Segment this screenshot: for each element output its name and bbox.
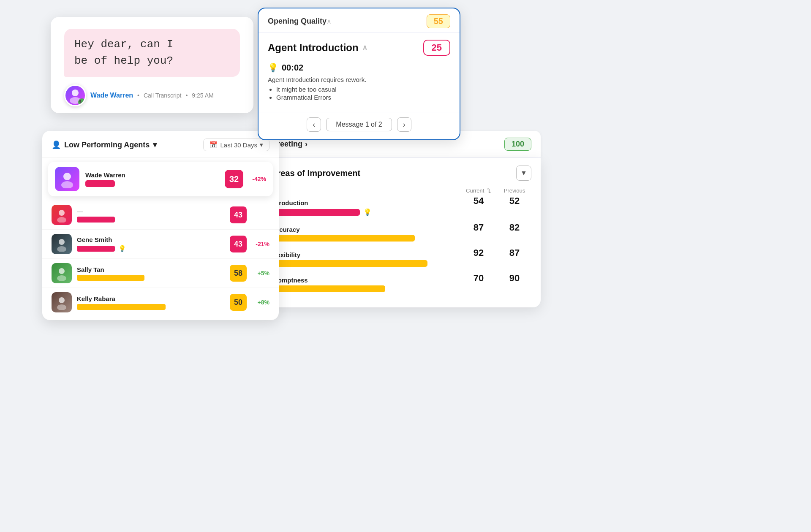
agent-delta-gene: -21% — [252, 241, 269, 247]
metric-prev-flexibility: 87 — [498, 247, 531, 258]
agent-name-gene: Gene Smith — [77, 236, 225, 243]
ai-nav: ‹ Message 1 of 2 › — [259, 112, 460, 139]
metric-bar-flexibility — [271, 260, 427, 267]
svg-point-2 — [63, 173, 71, 180]
agent-row-2[interactable]: — 43 — [42, 201, 279, 230]
agent-avatar-sally — [52, 263, 72, 283]
metric-bar-row-accuracy — [271, 235, 531, 242]
aoi-col-headers: Current ⇅ Previous — [271, 187, 531, 194]
agent-info-wade: Wade Warren — [85, 171, 219, 187]
lpa-chevron-icon: ▾ — [153, 140, 157, 149]
opening-quality-bar: Opening Quality ∧ 55 — [259, 8, 460, 33]
agent-intro-card: Opening Quality ∧ 55 Agent Introduction … — [258, 8, 460, 140]
metric-row-flexibility: Flexibility 92 87 — [271, 247, 531, 267]
metric-label-flexibility: Flexibility — [271, 251, 460, 258]
agent-name-kelly: Kelly Rabara — [77, 295, 225, 302]
metric-bar-row-flexibility — [271, 260, 531, 267]
metric-bar-promptness — [271, 285, 385, 292]
metric-row-introduction: Introduction 54 52 💡 — [271, 195, 531, 216]
svg-point-10 — [59, 297, 65, 303]
lpa-title: Low Performing Agents — [64, 141, 150, 149]
agent-avatar-2 — [52, 205, 72, 225]
chat-bubble-line1: Hey dear, can I — [74, 38, 173, 51]
agent-name-2: — — [77, 208, 225, 215]
agent-intro-score: 25 — [423, 40, 450, 56]
metric-bar-introduction — [271, 209, 360, 216]
lpa-date-label: Last 30 Days — [220, 141, 257, 149]
chat-agent-name: Wade Warren — [90, 92, 133, 99]
agent-score-kelly: 50 — [230, 294, 247, 311]
agent-row-kelly[interactable]: Kelly Rabara 50 +8% — [42, 288, 279, 317]
opening-quality-title: Opening Quality — [268, 17, 327, 26]
phone-icon: 📞 — [78, 98, 86, 106]
chat-time: 9:25 AM — [192, 92, 213, 99]
agent-row-wade[interactable]: Wade Warren 32 -42% — [48, 162, 273, 196]
agent-delta-kelly: +8% — [252, 299, 269, 306]
avatar: 📞 — [64, 84, 86, 106]
lpa-date-chevron: ▾ — [260, 141, 263, 149]
metric-current-flexibility: 92 — [460, 247, 498, 258]
chat-bubble: Hey dear, can I be of help you? — [64, 29, 240, 77]
greeting-score: 100 — [504, 138, 531, 151]
metric-prev-accuracy: 82 — [498, 222, 531, 233]
agent-bar-wrap-sally — [77, 275, 225, 281]
lpa-date-button[interactable]: 📅 Last 30 Days ▾ — [203, 138, 269, 151]
agent-score-wade: 32 — [225, 170, 243, 188]
svg-point-3 — [61, 181, 73, 188]
sort-icon: ⇅ — [487, 187, 491, 194]
metric-label-promptness: Promptness — [271, 277, 460, 284]
lpa-header: 👤 Low Performing Agents ▾ 📅 Last 30 Days… — [42, 131, 279, 157]
aoi-card: Areas of Improvement ▼ Current ⇅ Previou… — [262, 158, 541, 307]
ai-bullet-1: It might be too casual — [276, 86, 450, 93]
agent-info-2: — — [77, 208, 225, 223]
metric-header-promptness: Promptness 70 90 — [271, 273, 531, 284]
svg-point-6 — [59, 239, 65, 245]
nav-next-button[interactable]: › — [397, 117, 411, 132]
opening-quality-chevron: ∧ — [327, 17, 332, 25]
chat-card: Hey dear, can I be of help you? 📞 Wade W… — [51, 17, 253, 113]
aoi-title: Areas of Improvement — [271, 168, 360, 178]
agent-name-sally: Sally Tan — [77, 266, 225, 273]
person-icon: 👤 — [52, 140, 61, 149]
wade-bar-wrap — [85, 180, 219, 187]
nav-prev-button[interactable]: ‹ — [307, 117, 321, 132]
agent-bar-wrap-2 — [77, 217, 225, 223]
greeting-chevron-icon: › — [305, 140, 308, 149]
metric-prev-promptness: 90 — [498, 273, 531, 284]
chat-call-transcript: Call Transcript — [144, 92, 181, 99]
lpa-body: Wade Warren 32 -42% — 43 — [42, 162, 279, 320]
agent-bar-2 — [77, 217, 115, 223]
agent-score-gene: 43 — [230, 236, 247, 252]
agent-row-gene[interactable]: Gene Smith 💡 43 -21% — [42, 230, 279, 259]
ai-description: Agent Introduction requires rework. — [268, 76, 450, 83]
intro-chevron: ∧ — [362, 43, 367, 52]
col-previous-header: Previous — [498, 187, 531, 194]
agent-bar-kelly — [77, 304, 166, 310]
ai-bullets: It might be too casual Grammatical Error… — [268, 86, 450, 101]
metric-bar-row-promptness — [271, 285, 531, 292]
metric-header-accuracy: Accuracy 87 82 — [271, 222, 531, 233]
metric-label-introduction: Introduction — [271, 199, 460, 206]
agent-delta-wade: -42% — [249, 176, 266, 182]
aoi-header: Areas of Improvement ▼ — [271, 166, 531, 181]
nav-label: Message 1 of 2 — [326, 118, 392, 131]
metric-current-promptness: 70 — [460, 273, 498, 284]
agent-bar-wrap-kelly — [77, 304, 225, 310]
svg-point-8 — [59, 268, 65, 274]
filter-button[interactable]: ▼ — [516, 166, 531, 181]
chat-meta-separator2: • — [185, 92, 188, 99]
metric-row-accuracy: Accuracy 87 82 — [271, 222, 531, 242]
svg-point-7 — [57, 246, 66, 252]
bulb-icon-intro: 💡 — [363, 208, 372, 216]
agent-bar-wade — [85, 180, 115, 187]
metric-header-flexibility: Flexibility 92 87 — [271, 247, 531, 258]
ai-bullet-2: Grammatical Errors — [276, 94, 450, 101]
metric-current-introduction: 54 — [460, 195, 498, 206]
agent-avatar-wade — [55, 167, 79, 191]
chat-bubble-line2: be of help you? — [74, 54, 173, 67]
svg-point-0 — [72, 90, 79, 96]
lpa-title-button[interactable]: 👤 Low Performing Agents ▾ — [52, 140, 157, 149]
agent-bar-sally — [77, 275, 144, 281]
agent-avatar-gene — [52, 234, 72, 254]
agent-row-sally[interactable]: Sally Tan 58 +5% — [42, 259, 279, 288]
